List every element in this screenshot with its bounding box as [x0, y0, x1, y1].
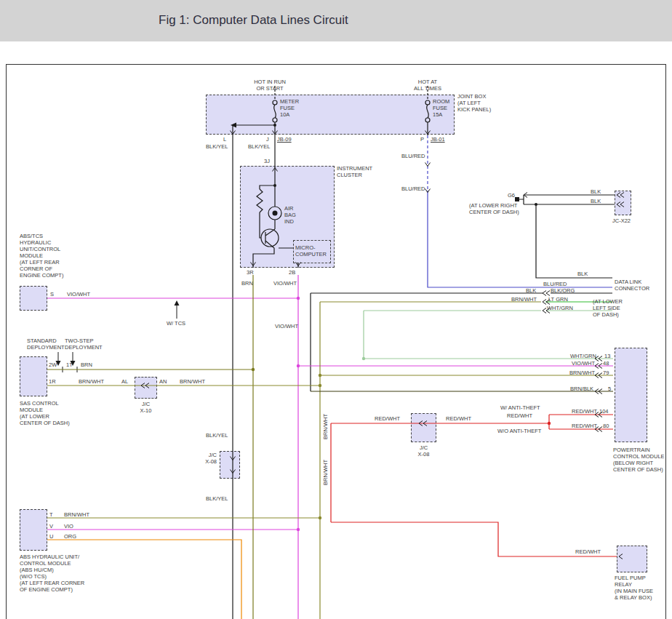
wire-label-brn-2: BRN	[81, 362, 92, 368]
wire-label-brn-blk: BRN/BLK	[570, 386, 593, 392]
wire-label-blk-org: BLK/ORG	[551, 287, 575, 294]
junction-dot	[273, 124, 276, 127]
fuel-pump-relay-label: FUEL PUMP RELAY (IN MAIN FUSE & RELAY BO…	[615, 575, 653, 601]
pin-al-label: AL	[121, 378, 128, 385]
wire-label-blk-yel-3: BLK/YEL	[206, 432, 228, 439]
pcm-pin-104: 104	[599, 408, 609, 415]
wire-label-vio-wht-1: VIO/WHT	[273, 280, 297, 287]
two-step-deployment-label: TWO-STEP DEPLOYMENT	[65, 338, 103, 351]
standard-deployment-label: STANDARD DEPLOYMENT	[27, 338, 65, 351]
jc-x10-label: J/C X-10	[135, 401, 157, 414]
pin-1r-label: 1R	[49, 378, 56, 385]
pin-2b-label: 2B	[289, 269, 295, 276]
wire-label-brn-wht-4: BRN/WHT	[569, 370, 595, 376]
jc-x08-right-label: J/C X-08	[411, 444, 436, 458]
wire-label-vio: VIO	[64, 523, 73, 530]
pin-s-label: S	[50, 291, 54, 297]
jc-x08-mid-label: J/C X-08	[198, 452, 217, 465]
brn-wht-wires	[47, 302, 613, 619]
pin-2w-label: 2W	[49, 362, 57, 368]
pin-3r-label: 3R	[247, 269, 254, 276]
dlc-location-label: (AT LOWER LEFT SIDE OF DASH)	[593, 298, 623, 318]
pin-an-label: AN	[159, 378, 167, 385]
wire-label-blk-3: BLK	[577, 271, 588, 277]
jc-x22-label: JC-X22	[612, 217, 631, 224]
wo-anti-theft-label: W/O ANTI-THEFT	[497, 428, 541, 434]
wire-label-blk-4: BLK	[526, 287, 536, 294]
wire-label-brn-wht-3: BRN/WHT	[511, 296, 537, 303]
wire-label-red-wht-2: RED/WHT	[446, 415, 471, 422]
sas-module-label: SAS CONTROL MODULE (AT LOWER CENTER OF D…	[20, 400, 70, 426]
pin-p-label: P	[420, 136, 424, 143]
hot-at-all-times-label: HOT AT ALL TIMES	[402, 79, 453, 92]
g6-location-label: (AT LOWER RIGHT CENTER OF DASH)	[469, 202, 519, 215]
pin-t-label: T	[49, 511, 53, 518]
instrument-cluster-label: INSTRUMENT CLUSTER	[337, 165, 372, 178]
wire-label-blk-1: BLK	[591, 188, 601, 195]
wire-label-red-wht-1: RED/WHT	[375, 415, 400, 422]
red-wht-wires	[331, 415, 617, 556]
pin-u-label: U	[49, 533, 53, 540]
wire-label-blk-yel-1: BLK/YEL	[206, 143, 228, 150]
wire-label-brn-wht-2: BRN/WHT	[180, 378, 205, 385]
joint-box-label: JOINT BOX (AT LEFT KICK PANEL)	[457, 93, 491, 113]
abs-tcs-module-label: ABS/TCS HYDRAULIC UNIT/CONTROL MODULE (A…	[20, 233, 63, 279]
wire-label-blu-red-3: BLU/RED	[543, 281, 567, 287]
wire-label-blk-yel-2: BLK/YEL	[248, 143, 270, 150]
wire-label-vio-wht-2: VIO/WHT	[67, 291, 90, 297]
pin-l-label: L	[223, 136, 226, 143]
bus-arrowhead	[231, 123, 236, 128]
pin-v-label: V	[49, 523, 53, 530]
vio-wht-wires	[47, 275, 613, 619]
data-link-connector-label: DATA LINK CONNECTOR	[615, 279, 649, 292]
pin-j-label: J	[266, 136, 269, 143]
pin-1t-label: 1T	[66, 362, 73, 368]
junction-dot	[535, 203, 537, 206]
pin-3j-label: 3J	[264, 158, 270, 164]
pcm-pin-48: 48	[603, 360, 609, 367]
pcm-pin-5: 5	[608, 386, 611, 392]
blu-red-wires	[428, 135, 612, 287]
wire-label-blu-red-2: BLU/RED	[401, 185, 425, 192]
wire-label-org: ORG	[64, 533, 76, 540]
junction-dot	[273, 184, 276, 187]
wire-label-vio-wht-3: VIO/WHT	[275, 323, 298, 330]
w-tcs-arrowhead	[175, 300, 180, 305]
wire-label-blk-yel-4: BLK/YEL	[206, 495, 228, 502]
wire-label-wht-grn-1: WHT/GRN	[547, 305, 573, 311]
hot-in-run-label: HOT IN RUN OR START	[244, 79, 295, 92]
pcm-label: POWERTRAIN CONTROL MODULE (BELOW RIGHT C…	[613, 447, 665, 473]
g6-ground-label: G6	[508, 192, 515, 199]
wiring-diagram-page: { "header": { "title": "Fig 1: Computer …	[0, 0, 672, 619]
wire-label-blu-red-1: BLU/RED	[401, 153, 425, 159]
w-tcs-label: W/ TCS	[167, 320, 185, 327]
room-fuse-label: ROOM FUSE 15A	[433, 98, 449, 118]
wire-label-lt-grn: LT GRN	[548, 296, 568, 303]
wire-label-red-wht-shared: RED/WHT	[507, 412, 532, 419]
pcm-pin-80: 80	[603, 423, 609, 429]
wire-label-brn-wht-vert-1: BRN/WHT	[322, 414, 329, 439]
micro-computer-label: MICRO- COMPUTER	[295, 244, 327, 257]
pcm-pin-79: 79	[603, 370, 609, 376]
jb01-reference-link[interactable]: JB-01	[431, 136, 445, 143]
w-anti-theft-label: W/ ANTI-THEFT	[500, 404, 540, 411]
wire-label-brn-wht-vert-2: BRN/WHT	[322, 460, 329, 485]
wire-label-brn-wht-1: BRN/WHT	[79, 378, 104, 385]
air-bag-ind-label: AIR BAG IND	[284, 205, 296, 225]
wire-label-blk-2: BLK	[591, 198, 601, 204]
abs-bottom-module-label: ABS HYDRAULIC UNIT/ CONTROL MODULE (ABS …	[20, 554, 84, 593]
wire-label-vio-wht-4: VIO/WHT	[572, 360, 595, 367]
pcm-pin-13: 13	[604, 353, 610, 359]
wire-label-red-wht-3: RED/WHT	[575, 548, 601, 555]
jb09-reference-link[interactable]: JB-09	[277, 136, 292, 143]
wire-label-red-wht-104: RED/WHT	[572, 408, 597, 415]
wire-label-wht-grn-2: WHT/GRN	[570, 353, 596, 359]
meter-fuse-label: METER FUSE 10A	[280, 98, 299, 118]
wire-label-brn-1: BRN	[241, 280, 253, 287]
wire-label-red-wht-80: RED/WHT	[572, 423, 597, 429]
wire-label-brn-wht-5: BRN/WHT	[64, 511, 89, 518]
